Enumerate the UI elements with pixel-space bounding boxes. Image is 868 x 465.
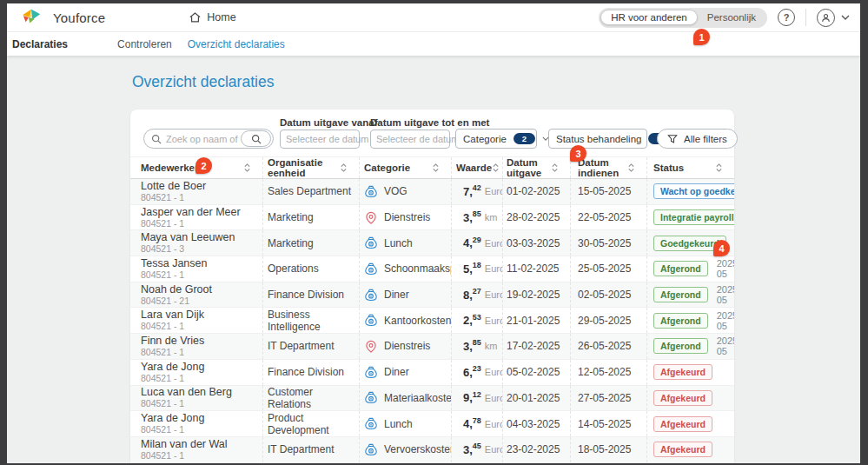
value-cell: 3,45Euro	[451, 437, 502, 462]
category-label: Materiaalkosten	[384, 392, 451, 404]
help-button[interactable]: ?	[778, 9, 795, 26]
employee-name: Jasper van der Meer	[141, 207, 241, 218]
status-badge: Wacht op goedkeuring	[653, 183, 734, 199]
money-bag-icon	[364, 262, 378, 276]
employee-id: 804521 - 1	[141, 398, 184, 409]
employee-name: Noah de Groot	[141, 284, 212, 296]
categorie-filter-label: Categorie	[463, 134, 507, 144]
category-label: Lunch	[384, 418, 413, 430]
value-cell: 2,53Euro	[451, 308, 502, 333]
table-row[interactable]: Jasper van der Meer804521 - 1MarketingDi…	[130, 205, 734, 231]
categorie-filter-dropdown[interactable]: Categorie 2	[455, 129, 537, 149]
filter-funnel-icon	[667, 134, 678, 144]
alle-filters-button[interactable]: Alle filters	[657, 129, 738, 149]
table-row[interactable]: Lara van Dijk804521 - 1Business Intellig…	[130, 308, 734, 334]
search-input-wrap	[143, 129, 274, 149]
date-submitted: 27-05-2025	[570, 386, 646, 411]
sort-icon[interactable]	[627, 163, 635, 173]
subnav-section-label: Declaraties	[12, 38, 68, 50]
org-unit: IT Department	[262, 334, 359, 359]
date-submitted: 12-05-2025	[570, 360, 646, 385]
value-cell: 3,85km	[451, 205, 502, 230]
money-bag-icon	[364, 314, 378, 327]
column-label: Organisatie eenheid	[268, 157, 340, 178]
date-expense: 04-03-2025	[502, 411, 570, 436]
table-row[interactable]: Luca van den Berg804521 - 1Customer Rela…	[130, 386, 734, 412]
sort-icon[interactable]	[432, 163, 440, 173]
category-label: VOG	[384, 185, 407, 197]
date-from-label: Datum uitgave vanaf	[280, 117, 377, 128]
employee-id: 804521 - 1	[141, 192, 184, 203]
app-window: Youforce Home HR voor anderen Persoonlij…	[7, 3, 860, 463]
search-submit-button[interactable]	[241, 130, 271, 147]
employee-id: 804521 - 1	[141, 347, 184, 357]
date-to-input[interactable]: Selecteer de datum	[370, 130, 450, 149]
date-expense: 11-02-2025	[502, 256, 570, 282]
table-row[interactable]: Noah de Groot804521 - 21Finance Division…	[130, 282, 734, 309]
employee-id: 804521 - 3	[141, 243, 184, 254]
money-bag-icon	[364, 391, 378, 404]
tab-overzicht-declaraties[interactable]: Overzicht declaraties	[188, 38, 285, 50]
tab-controleren[interactable]: Controleren	[117, 38, 172, 50]
page-content: Overzicht declaraties Datum uitgave vana…	[7, 56, 860, 463]
date-submitted: 26-05-2025	[570, 334, 646, 359]
table-row[interactable]: Lotte de Boer804521 - 1Sales DepartmentV…	[130, 179, 734, 205]
table-row[interactable]: Tessa Jansen804521 - 1OperationsSchoonma…	[130, 256, 734, 282]
column-label: Datum indienen	[578, 157, 627, 178]
money-bag-icon	[364, 289, 378, 302]
date-from-input[interactable]: Selecteer de datum	[280, 130, 360, 149]
status-badge: Afgerond	[653, 287, 708, 302]
categorie-count-badge: 2	[514, 133, 535, 144]
employee-id: 804521 - 1	[141, 424, 184, 435]
sort-icon[interactable]	[551, 163, 559, 173]
location-pin-icon	[364, 211, 378, 224]
user-icon	[817, 9, 835, 27]
money-bag-icon	[364, 366, 378, 379]
org-unit: Product Development	[262, 411, 359, 436]
table-row[interactable]: Yara de Jong804521 - 1Product Developmen…	[130, 411, 734, 437]
table-row[interactable]: Maya van Leeuwen804521 - 3MarketingLunch…	[130, 230, 734, 256]
money-bag-icon	[364, 236, 378, 249]
category-label: Dienstreis	[384, 211, 430, 223]
date-to-placeholder: Selecteer de datum	[376, 134, 459, 144]
value-cell: 4,29Euro	[451, 230, 502, 256]
account-button[interactable]	[817, 9, 850, 27]
org-unit: Marketing	[262, 205, 359, 230]
table-body: Lotte de Boer804521 - 1Sales DepartmentV…	[130, 179, 734, 463]
org-unit: Business Intelligence	[262, 308, 359, 333]
alle-filters-label: Alle filters	[684, 134, 727, 144]
table-row[interactable]: Milan van der Wal804521 - 1IT Department…	[130, 437, 734, 463]
brand[interactable]: Youforce	[21, 8, 105, 27]
value-cell: 4,78Euro	[451, 411, 502, 436]
sort-icon[interactable]	[492, 163, 500, 173]
toggle-hr-voor-anderen[interactable]: HR voor anderen	[600, 10, 698, 25]
search-input[interactable]	[166, 134, 241, 144]
status-badge: Afgerond	[653, 261, 708, 276]
date-expense: 01-02-2025	[502, 179, 570, 204]
table-row[interactable]: Yara de Jong804521 - 1Finance DivisionDi…	[130, 360, 734, 386]
toggle-persoonlijk[interactable]: Persoonlijk	[698, 10, 765, 24]
column-label: Status	[653, 163, 684, 173]
sort-icon[interactable]	[243, 163, 251, 173]
date-submitted: 14-05-2025	[570, 411, 646, 436]
column-label: Datum uitgave	[507, 157, 551, 178]
value-cell: 6,23Euro	[451, 360, 502, 385]
column-label: Medewerker	[141, 163, 198, 173]
nav-home[interactable]: Home	[189, 11, 235, 23]
table-row[interactable]: Finn de Vries804521 - 1IT DepartmentDien…	[130, 334, 734, 360]
status-badge: Afgerond	[653, 313, 708, 329]
search-icon	[151, 134, 162, 144]
status-filter-dropdown[interactable]: Status behandeling 2	[548, 129, 647, 149]
date-expense: 20-01-2025	[502, 386, 570, 411]
payroll-period: 2025 05	[717, 258, 734, 279]
employee-name: Yara de Jong	[141, 362, 204, 373]
sort-icon[interactable]	[340, 163, 348, 173]
sort-icon[interactable]	[715, 163, 723, 173]
employee-name: Luca van den Berg	[141, 387, 232, 398]
date-expense: 19-02-2025	[502, 282, 570, 308]
annotation-marker-3: 3	[570, 145, 586, 162]
home-label: Home	[207, 11, 235, 23]
date-submitted: 18-05-2025	[570, 437, 646, 462]
divider	[805, 9, 806, 26]
payroll-period: 2025 05	[717, 310, 734, 331]
